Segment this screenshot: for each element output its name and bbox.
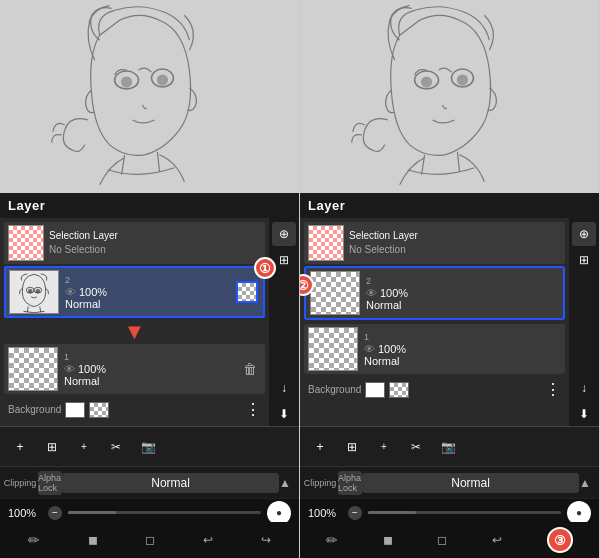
alpha-lock-btn-right[interactable]: Alpha Lock [338,471,362,495]
mode-label-right[interactable]: Normal [362,473,579,493]
sketch-background-right [300,0,599,200]
clipping-btn-left[interactable]: Clipping [8,471,32,495]
fill-btn-right[interactable]: ◼ [383,533,393,547]
tool3-right[interactable]: ✂ [402,433,430,461]
svg-point-14 [457,75,467,85]
down-icon-right[interactable]: ↓ [572,376,596,400]
layer-2-container-right: 2 👁 100% Normal ② [304,266,565,320]
mode-arrow-left[interactable]: ▲ [279,476,291,490]
import-icon-right[interactable]: ⬇ [572,402,596,426]
selection-layer-row-right[interactable]: Selection Layer No Selection [304,222,565,264]
zoom-circle-right[interactable]: ● [567,501,591,525]
selection-layer-row-left[interactable]: Selection Layer No Selection [4,222,265,264]
clipping-label-left: Clipping [4,478,37,488]
selection-info-right: Selection Layer No Selection [349,229,561,257]
bg-menu-right[interactable]: ⋮ [545,380,561,399]
tool3-left[interactable]: ✂ [102,433,130,461]
panel-left: Layer Selection Layer No Selection [0,0,300,558]
add-layer-left[interactable]: + [6,433,34,461]
svg-point-8 [28,289,32,293]
add-layer-right[interactable]: + [306,433,334,461]
eraser-btn-right[interactable]: ◻ [437,533,447,547]
mode-arrow-right[interactable]: ▲ [579,476,591,490]
mode-left-section: Clipping Alpha Lock [8,471,62,495]
chevron-down-container-right[interactable]: ③ [547,527,573,553]
undo-btn-left[interactable]: ↩ [203,533,213,547]
background-row-left: Background ⋮ [4,398,265,421]
right-tools-right: ⊕ ⊞ ↓ ⬇ [569,218,599,426]
layer-row-2-left[interactable]: 2 👁 100% Normal ① [4,266,265,318]
move-icon-right[interactable]: ⊞ [572,248,596,272]
layer-2-info-right: 2 👁 100% Normal [366,276,559,311]
selection-thumb-right [308,225,344,261]
bottom-toolbar-right: + ⊞ + ✂ 📷 [300,426,599,466]
layer-header-text-right: Layer [308,198,345,213]
merge-down-right[interactable]: ⊞ [338,433,366,461]
merge-down-left[interactable]: ⊞ [38,433,66,461]
no-selection-label-left: No Selection [49,243,261,257]
alpha-lock-label-left: Alpha Lock [38,473,62,493]
zoom-minus-right[interactable]: − [348,506,362,520]
transform-icon-left[interactable]: ⊕ [272,222,296,246]
zoom-pct-left: 100% [8,507,42,519]
zoom-circle-left[interactable]: ● [267,501,291,525]
red-arrow-down: ▼ [124,319,146,345]
selection-layer-label-left: Selection Layer [49,229,261,243]
layer-1-thumb-left [8,347,58,391]
bg-checker-left[interactable] [89,402,109,418]
mode-left-section-right: Clipping Alpha Lock [308,471,362,495]
layer-header-left: Layer [0,193,299,218]
badge-3-btn[interactable]: ③ [547,527,573,553]
redo-btn-left[interactable]: ↪ [261,533,271,547]
arrow-container-left: ▼ [4,320,265,344]
layer-list-left: Selection Layer No Selection [0,218,269,426]
down-icon-left[interactable]: ↓ [272,376,296,400]
alpha-lock-btn-left[interactable]: Alpha Lock [38,471,62,495]
svg-point-4 [157,75,167,85]
zoom-pct-right: 100% [308,507,342,519]
svg-point-3 [122,77,132,87]
layer-row-1-left[interactable]: 1 👁 100% Normal 🗑 [4,344,265,394]
clipping-btn-right[interactable]: Clipping [308,471,332,495]
bg-label-left: Background [8,404,61,415]
layer-header-text: Layer [8,198,45,213]
brush-btn-right[interactable]: ✏ [326,532,338,548]
import-icon-left[interactable]: ⬇ [272,402,296,426]
eye-icon-layer2-right[interactable]: 👁 [366,287,377,299]
bottom-toolbar-left: + ⊞ + ✂ 📷 [0,426,299,466]
eraser-btn-left[interactable]: ◻ [145,533,155,547]
svg-point-9 [36,289,40,293]
svg-rect-5 [10,271,58,313]
eye-icon-layer1-left[interactable]: 👁 [64,363,75,375]
layer-1-delete-left[interactable]: 🗑 [239,359,261,379]
layer-2-thumb-right [310,271,360,315]
add-layer2-right[interactable]: + [370,433,398,461]
layer-row-1-right[interactable]: 1 👁 100% Normal [304,324,565,374]
layer-list-right: Selection Layer No Selection 2 👁 [300,218,569,426]
eye-icon-layer2-left[interactable]: 👁 [65,286,76,298]
layer-panel-left: Layer Selection Layer No Selection [0,193,299,558]
selection-info-left: Selection Layer No Selection [49,229,261,257]
fill-btn-left[interactable]: ◼ [88,533,98,547]
zoom-minus-left[interactable]: − [48,506,62,520]
selection-thumb-left [8,225,44,261]
layer-1-thumb-right [308,327,358,371]
action-bar-right: ✏ ◼ ◻ ↩ ③ [300,522,599,558]
add-layer2-left[interactable]: + [70,433,98,461]
bg-swatch-right[interactable] [365,382,385,398]
zoom-slider-right[interactable] [368,511,561,514]
camera-left[interactable]: 📷 [134,433,162,461]
layer-row-2-right[interactable]: 2 👁 100% Normal [304,266,565,320]
bg-swatch-left[interactable] [65,402,85,418]
clipping-label-right: Clipping [304,478,337,488]
brush-btn-left[interactable]: ✏ [28,532,40,548]
eye-icon-layer1-right[interactable]: 👁 [364,343,375,355]
bg-checker-right[interactable] [389,382,409,398]
transform-icon-right[interactable]: ⊕ [572,222,596,246]
bg-menu-left[interactable]: ⋮ [245,400,261,419]
background-row-right: Background ⋮ [304,378,565,401]
zoom-slider-left[interactable] [68,511,261,514]
undo-btn-right[interactable]: ↩ [492,533,502,547]
mode-label-left[interactable]: Normal [62,473,279,493]
camera-right[interactable]: 📷 [434,433,462,461]
